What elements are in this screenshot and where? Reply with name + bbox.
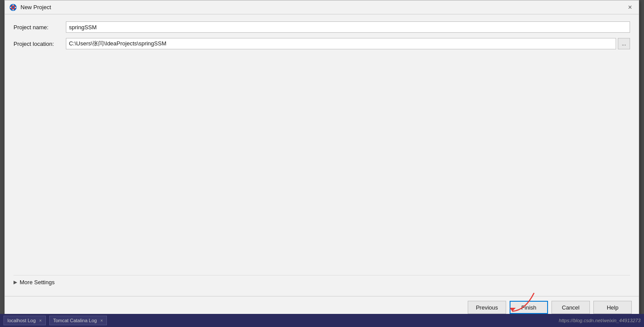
project-location-input[interactable] (66, 38, 616, 49)
svg-rect-4 (13, 9, 14, 10)
new-project-icon (9, 3, 17, 11)
svg-rect-6 (15, 7, 16, 8)
help-button[interactable]: Help (593, 301, 632, 314)
new-project-dialog: New Project × Project name: Project loca… (4, 0, 639, 319)
status-bar: localhost Log × Tomcat Catalina Log × ht… (0, 314, 644, 327)
title-bar: New Project × (5, 0, 639, 14)
project-location-input-wrapper: ... (66, 38, 630, 49)
svg-rect-5 (10, 7, 11, 8)
project-name-input[interactable] (66, 21, 630, 33)
svg-point-2 (12, 6, 14, 8)
project-name-label: Project name: (14, 24, 66, 31)
tab-tomcat-log[interactable]: Tomcat Catalina Log × (49, 316, 107, 325)
title-bar-left: New Project (9, 3, 51, 11)
previous-button[interactable]: Previous (468, 301, 506, 314)
finish-button[interactable]: Finish (510, 301, 548, 314)
svg-rect-3 (13, 4, 14, 6)
tab2-label: Tomcat Catalina Log (53, 318, 97, 323)
project-name-row: Project name: (14, 21, 630, 33)
tab-localhost-log[interactable]: localhost Log × (3, 316, 46, 325)
cancel-button[interactable]: Cancel (552, 301, 590, 314)
content-spacer (14, 55, 630, 275)
tab1-close-icon[interactable]: × (39, 318, 42, 323)
dialog-close-button[interactable]: × (626, 3, 634, 12)
project-name-input-wrapper (66, 21, 630, 33)
tab2-close-icon[interactable]: × (100, 318, 103, 323)
dialog-content: Project name: Project location: ... ▶ Mo… (5, 14, 639, 296)
more-settings-section[interactable]: ▶ More Settings (14, 275, 630, 289)
more-settings-label: More Settings (20, 279, 55, 286)
dialog-title: New Project (21, 4, 51, 10)
tab1-label: localhost Log (7, 318, 36, 323)
project-location-label: Project location: (14, 41, 66, 47)
project-location-row: Project location: ... (14, 38, 630, 49)
browse-button[interactable]: ... (618, 38, 630, 49)
url-display: https://blog.csdn.net/weixin_44913273 (559, 318, 641, 323)
more-settings-arrow-icon: ▶ (14, 279, 17, 285)
